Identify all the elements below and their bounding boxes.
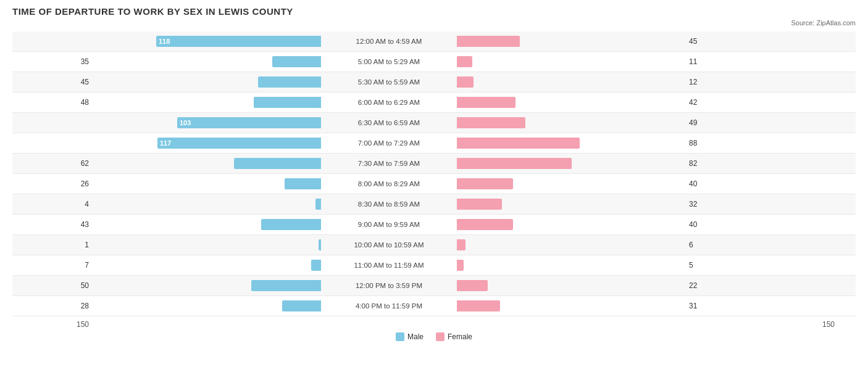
chart-row: 1036:30 AM to 6:59 AM49 [12, 113, 856, 133]
male-value-label: 43 [12, 220, 93, 229]
male-bar-container: 117 [93, 138, 321, 149]
female-bar-container [457, 97, 685, 108]
male-value-label: 45 [12, 78, 93, 86]
female-bar [457, 239, 465, 250]
female-value-label: 6 [685, 241, 722, 249]
female-value-label: 40 [685, 179, 722, 188]
female-bar [457, 56, 472, 67]
female-legend-label: Female [448, 332, 472, 341]
chart-row: 48:30 AM to 8:59 AM32 [12, 194, 856, 215]
female-bar-container [457, 280, 685, 291]
male-value-label: 48 [12, 98, 93, 107]
female-bar [457, 280, 488, 291]
female-value-label: 32 [685, 200, 722, 208]
male-bar-container [93, 260, 321, 271]
female-bar-container [457, 239, 685, 250]
female-bar-container [457, 117, 685, 128]
time-range-label: 12:00 AM to 4:59 AM [321, 38, 457, 45]
male-value-label: 1 [12, 241, 93, 249]
time-range-label: 8:30 AM to 8:59 AM [321, 200, 457, 208]
chart-row: 268:00 AM to 8:29 AM40 [12, 174, 856, 194]
time-range-label: 10:00 AM to 10:59 AM [321, 241, 457, 249]
female-bar-container [457, 158, 685, 169]
female-bar [457, 199, 502, 210]
female-value-label: 12 [685, 78, 722, 86]
male-value-label: 50 [12, 281, 93, 290]
male-bar [258, 76, 321, 88]
female-value-label: 45 [685, 37, 722, 46]
female-value-label: 42 [685, 98, 722, 107]
male-bar [311, 260, 321, 271]
axis-left-value: 150 [12, 320, 93, 329]
female-bar-container [457, 138, 685, 149]
chart-row: 627:30 AM to 7:59 AM82 [12, 154, 856, 174]
chart-row: 1177:00 AM to 7:29 AM88 [12, 133, 856, 154]
male-bar [254, 97, 321, 108]
chart-row: 110:00 AM to 10:59 AM6 [12, 235, 856, 255]
male-bar: 118 [156, 36, 321, 47]
female-value-label: 82 [685, 159, 722, 168]
chart-row: 284:00 PM to 11:59 PM31 [12, 296, 856, 316]
chart-row: 455:30 AM to 5:59 AM12 [12, 72, 856, 93]
female-bar-container [457, 300, 685, 311]
male-bar-container [93, 56, 321, 67]
male-legend-label: Male [407, 332, 424, 341]
male-value-label: 62 [12, 159, 93, 168]
female-value-label: 49 [685, 118, 722, 127]
female-bar-container [457, 219, 685, 230]
legend-male: Male [396, 332, 424, 341]
time-range-label: 6:00 AM to 6:29 AM [321, 99, 457, 106]
male-value-label: 28 [12, 302, 93, 310]
female-value-label: 88 [685, 139, 722, 147]
male-bar-container [93, 239, 321, 250]
male-bar [234, 158, 321, 169]
female-bar [457, 117, 525, 128]
chart-row: 11812:00 AM to 4:59 AM45 [12, 31, 856, 52]
chart-row: 711:00 AM to 11:59 AM5 [12, 255, 856, 276]
male-bar [315, 199, 321, 210]
time-range-label: 4:00 PM to 11:59 PM [321, 302, 457, 310]
male-bar [282, 300, 321, 311]
male-bar [272, 56, 321, 67]
male-value-label: 7 [12, 261, 93, 270]
male-bar-container [93, 97, 321, 108]
chart-area: 11812:00 AM to 4:59 AM45355:00 AM to 5:2… [12, 31, 856, 316]
male-bar-container [93, 300, 321, 311]
female-bar [457, 36, 520, 47]
chart-title: TIME OF DEPARTURE TO WORK BY SEX IN LEWI… [12, 6, 856, 17]
female-bar-container [457, 76, 685, 88]
male-bar [261, 219, 321, 230]
time-range-label: 9:00 AM to 9:59 AM [321, 221, 457, 228]
male-legend-box [396, 332, 404, 341]
male-bar-container: 118 [93, 36, 321, 47]
female-bar-container [457, 199, 685, 210]
time-range-label: 5:30 AM to 5:59 AM [321, 78, 457, 86]
female-bar-container [457, 178, 685, 189]
time-range-label: 8:00 AM to 8:29 AM [321, 180, 457, 188]
axis-right-value: 150 [819, 320, 856, 329]
female-bar [457, 219, 513, 230]
chart-row: 5012:00 PM to 3:59 PM22 [12, 276, 856, 296]
time-range-label: 12:00 PM to 3:59 PM [321, 282, 457, 289]
female-value-label: 31 [685, 302, 722, 310]
female-bar [457, 76, 474, 88]
male-value-label: 26 [12, 179, 93, 188]
female-value-label: 40 [685, 220, 722, 229]
male-bar-container [93, 178, 321, 189]
female-bar [457, 260, 464, 271]
time-range-label: 6:30 AM to 6:59 AM [321, 119, 457, 126]
time-range-label: 11:00 AM to 11:59 AM [321, 262, 457, 269]
male-bar: 117 [157, 138, 321, 149]
female-bar-container [457, 36, 685, 47]
male-bar-container: 103 [93, 117, 321, 128]
male-value-label: 4 [12, 200, 93, 208]
female-value-label: 5 [685, 261, 722, 270]
female-bar [457, 97, 515, 108]
male-bar-container [93, 219, 321, 230]
female-bar [457, 138, 580, 149]
axis-row: 150 150 [12, 320, 856, 329]
legend-female: Female [436, 332, 472, 341]
female-value-label: 22 [685, 281, 722, 290]
male-bar [251, 280, 321, 291]
female-bar [457, 178, 513, 189]
